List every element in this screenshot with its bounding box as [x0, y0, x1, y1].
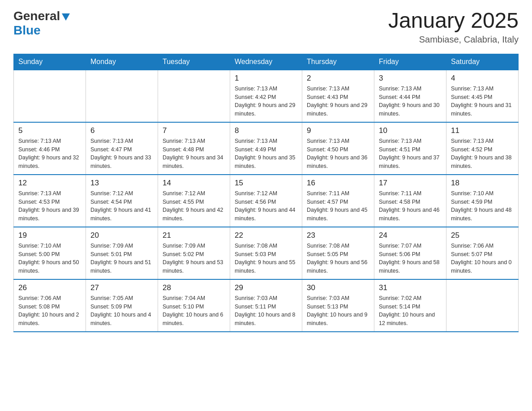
day-number: 26 — [18, 283, 81, 292]
calendar-cell: 3Sunrise: 7:13 AM Sunset: 4:44 PM Daylig… — [374, 70, 446, 122]
day-number: 10 — [379, 126, 442, 135]
month-title: January 2025 — [388, 9, 519, 33]
day-info: Sunrise: 7:13 AM Sunset: 4:49 PM Dayligh… — [235, 137, 297, 171]
weekday-header: Friday — [374, 54, 446, 70]
calendar-cell: 24Sunrise: 7:07 AM Sunset: 5:06 PM Dayli… — [374, 227, 446, 279]
day-info: Sunrise: 7:02 AM Sunset: 5:14 PM Dayligh… — [379, 294, 442, 328]
calendar-table: SundayMondayTuesdayWednesdayThursdayFrid… — [13, 54, 519, 332]
day-info: Sunrise: 7:05 AM Sunset: 5:09 PM Dayligh… — [90, 294, 153, 328]
day-number: 5 — [18, 126, 81, 135]
day-number: 8 — [235, 126, 297, 135]
day-info: Sunrise: 7:13 AM Sunset: 4:46 PM Dayligh… — [18, 137, 81, 171]
calendar-cell: 9Sunrise: 7:13 AM Sunset: 4:50 PM Daylig… — [302, 122, 374, 175]
day-info: Sunrise: 7:06 AM Sunset: 5:08 PM Dayligh… — [18, 294, 81, 328]
calendar-week-row: 1Sunrise: 7:13 AM Sunset: 4:42 PM Daylig… — [14, 70, 519, 122]
day-number: 19 — [18, 231, 81, 240]
calendar-cell: 28Sunrise: 7:04 AM Sunset: 5:10 PM Dayli… — [158, 279, 230, 332]
day-number: 20 — [90, 231, 153, 240]
calendar-cell: 8Sunrise: 7:13 AM Sunset: 4:49 PM Daylig… — [230, 122, 302, 175]
calendar-cell: 11Sunrise: 7:13 AM Sunset: 4:52 PM Dayli… — [446, 122, 519, 175]
logo-triangle-icon — [61, 12, 71, 21]
day-info: Sunrise: 7:09 AM Sunset: 5:01 PM Dayligh… — [90, 242, 153, 275]
day-number: 13 — [90, 179, 153, 188]
calendar-cell: 13Sunrise: 7:12 AM Sunset: 4:54 PM Dayli… — [86, 175, 158, 227]
calendar-week-row: 26Sunrise: 7:06 AM Sunset: 5:08 PM Dayli… — [14, 279, 519, 332]
calendar-cell — [86, 70, 158, 122]
calendar-cell: 10Sunrise: 7:13 AM Sunset: 4:51 PM Dayli… — [374, 122, 446, 175]
calendar-cell: 25Sunrise: 7:06 AM Sunset: 5:07 PM Dayli… — [446, 227, 519, 279]
calendar-cell: 4Sunrise: 7:13 AM Sunset: 4:45 PM Daylig… — [446, 70, 519, 122]
day-number: 24 — [379, 231, 442, 240]
day-info: Sunrise: 7:12 AM Sunset: 4:54 PM Dayligh… — [90, 189, 153, 223]
calendar-week-row: 5Sunrise: 7:13 AM Sunset: 4:46 PM Daylig… — [14, 122, 519, 175]
calendar-week-row: 12Sunrise: 7:13 AM Sunset: 4:53 PM Dayli… — [14, 175, 519, 227]
day-info: Sunrise: 7:06 AM Sunset: 5:07 PM Dayligh… — [451, 242, 514, 275]
day-info: Sunrise: 7:04 AM Sunset: 5:10 PM Dayligh… — [163, 294, 225, 328]
day-info: Sunrise: 7:13 AM Sunset: 4:43 PM Dayligh… — [307, 85, 369, 118]
day-number: 17 — [379, 179, 442, 188]
day-info: Sunrise: 7:09 AM Sunset: 5:02 PM Dayligh… — [163, 242, 225, 275]
calendar-cell: 16Sunrise: 7:11 AM Sunset: 4:57 PM Dayli… — [302, 175, 374, 227]
calendar-cell: 17Sunrise: 7:11 AM Sunset: 4:58 PM Dayli… — [374, 175, 446, 227]
day-info: Sunrise: 7:13 AM Sunset: 4:48 PM Dayligh… — [163, 137, 225, 171]
calendar-cell: 31Sunrise: 7:02 AM Sunset: 5:14 PM Dayli… — [374, 279, 446, 332]
day-info: Sunrise: 7:13 AM Sunset: 4:52 PM Dayligh… — [451, 137, 514, 171]
calendar-cell: 30Sunrise: 7:03 AM Sunset: 5:13 PM Dayli… — [302, 279, 374, 332]
day-number: 11 — [451, 126, 514, 135]
day-number: 15 — [235, 179, 297, 188]
calendar-cell: 14Sunrise: 7:12 AM Sunset: 4:55 PM Dayli… — [158, 175, 230, 227]
day-info: Sunrise: 7:08 AM Sunset: 5:03 PM Dayligh… — [235, 242, 297, 275]
calendar-cell: 19Sunrise: 7:10 AM Sunset: 5:00 PM Dayli… — [14, 227, 86, 279]
svg-marker-0 — [62, 13, 70, 21]
calendar-cell: 2Sunrise: 7:13 AM Sunset: 4:43 PM Daylig… — [302, 70, 374, 122]
calendar-cell — [14, 70, 86, 122]
calendar-cell: 20Sunrise: 7:09 AM Sunset: 5:01 PM Dayli… — [86, 227, 158, 279]
calendar-cell: 7Sunrise: 7:13 AM Sunset: 4:48 PM Daylig… — [158, 122, 230, 175]
calendar-cell: 15Sunrise: 7:12 AM Sunset: 4:56 PM Dayli… — [230, 175, 302, 227]
logo-general-text: General — [13, 9, 60, 23]
day-number: 4 — [451, 74, 514, 83]
day-number: 18 — [451, 179, 514, 188]
day-info: Sunrise: 7:11 AM Sunset: 4:58 PM Dayligh… — [379, 189, 442, 223]
calendar-cell: 1Sunrise: 7:13 AM Sunset: 4:42 PM Daylig… — [230, 70, 302, 122]
calendar-cell: 5Sunrise: 7:13 AM Sunset: 4:46 PM Daylig… — [14, 122, 86, 175]
day-info: Sunrise: 7:13 AM Sunset: 4:50 PM Dayligh… — [307, 137, 369, 171]
calendar-cell: 6Sunrise: 7:13 AM Sunset: 4:47 PM Daylig… — [86, 122, 158, 175]
day-number: 9 — [307, 126, 369, 135]
day-info: Sunrise: 7:10 AM Sunset: 4:59 PM Dayligh… — [451, 189, 514, 223]
calendar-cell: 12Sunrise: 7:13 AM Sunset: 4:53 PM Dayli… — [14, 175, 86, 227]
logo: General Blue — [13, 9, 71, 38]
day-number: 27 — [90, 283, 153, 292]
day-info: Sunrise: 7:12 AM Sunset: 4:55 PM Dayligh… — [163, 189, 225, 223]
day-number: 14 — [163, 179, 225, 188]
day-number: 22 — [235, 231, 297, 240]
day-info: Sunrise: 7:13 AM Sunset: 4:51 PM Dayligh… — [379, 137, 442, 171]
weekday-header: Monday — [86, 54, 158, 70]
day-info: Sunrise: 7:03 AM Sunset: 5:13 PM Dayligh… — [307, 294, 369, 328]
calendar-cell: 26Sunrise: 7:06 AM Sunset: 5:08 PM Dayli… — [14, 279, 86, 332]
logo-blue-text: Blue — [13, 23, 71, 38]
day-number: 12 — [18, 179, 81, 188]
day-number: 31 — [379, 283, 442, 292]
calendar-cell: 21Sunrise: 7:09 AM Sunset: 5:02 PM Dayli… — [158, 227, 230, 279]
day-info: Sunrise: 7:13 AM Sunset: 4:44 PM Dayligh… — [379, 85, 442, 118]
day-number: 23 — [307, 231, 369, 240]
day-number: 21 — [163, 231, 225, 240]
day-info: Sunrise: 7:11 AM Sunset: 4:57 PM Dayligh… — [307, 189, 369, 223]
day-number: 29 — [235, 283, 297, 292]
day-info: Sunrise: 7:03 AM Sunset: 5:11 PM Dayligh… — [235, 294, 297, 328]
calendar-cell: 29Sunrise: 7:03 AM Sunset: 5:11 PM Dayli… — [230, 279, 302, 332]
calendar-cell: 23Sunrise: 7:08 AM Sunset: 5:05 PM Dayli… — [302, 227, 374, 279]
day-number: 25 — [451, 231, 514, 240]
day-number: 30 — [307, 283, 369, 292]
day-number: 7 — [163, 126, 225, 135]
day-number: 16 — [307, 179, 369, 188]
weekday-header: Thursday — [302, 54, 374, 70]
day-info: Sunrise: 7:13 AM Sunset: 4:53 PM Dayligh… — [18, 189, 81, 223]
weekday-header: Tuesday — [158, 54, 230, 70]
day-info: Sunrise: 7:08 AM Sunset: 5:05 PM Dayligh… — [307, 242, 369, 275]
day-number: 6 — [90, 126, 153, 135]
calendar-cell: 18Sunrise: 7:10 AM Sunset: 4:59 PM Dayli… — [446, 175, 519, 227]
calendar-cell — [158, 70, 230, 122]
weekday-header: Wednesday — [230, 54, 302, 70]
